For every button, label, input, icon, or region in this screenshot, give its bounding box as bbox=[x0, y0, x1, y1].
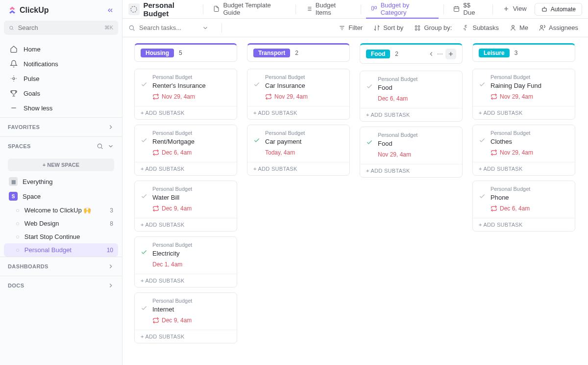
me-button[interactable]: Me bbox=[506, 22, 532, 33]
tree-space[interactable]: S Space bbox=[4, 189, 118, 204]
tab-budget-category[interactable]: Budget by Category bbox=[366, 0, 439, 19]
chevron-left-icon[interactable] bbox=[428, 51, 435, 57]
complete-toggle[interactable] bbox=[366, 83, 373, 90]
add-subtask-button[interactable]: + ADD SUBTASK bbox=[247, 162, 349, 175]
svg-point-2 bbox=[98, 144, 101, 148]
column-header[interactable]: Transport2 bbox=[247, 43, 350, 62]
trophy-icon bbox=[10, 89, 18, 97]
logo[interactable]: ClickUp bbox=[8, 6, 49, 15]
complete-toggle[interactable] bbox=[253, 137, 260, 144]
divider bbox=[443, 4, 444, 14]
recurring-icon bbox=[152, 317, 159, 324]
dashboards-section[interactable]: DASHBOARDS bbox=[0, 257, 122, 276]
column-header[interactable]: Leisure3 bbox=[472, 43, 575, 62]
complete-toggle[interactable] bbox=[141, 249, 147, 256]
tree-personal-budget[interactable]: ○Personal Budget10 bbox=[4, 243, 118, 257]
complete-toggle[interactable] bbox=[253, 81, 260, 88]
complete-toggle[interactable] bbox=[141, 193, 147, 200]
collapse-sidebar-icon[interactable] bbox=[106, 6, 114, 14]
more-icon[interactable] bbox=[437, 51, 443, 57]
task-card[interactable]: Personal BudgetPhoneDec 6, 4am+ ADD SUBT… bbox=[472, 181, 575, 232]
task-card[interactable]: Personal BudgetFoodNov 29, 4am+ ADD SUBT… bbox=[360, 127, 463, 178]
add-subtask-button[interactable]: + ADD SUBTASK bbox=[360, 164, 462, 177]
task-card[interactable]: Personal BudgetWater BillDec 9, 4am+ ADD… bbox=[134, 181, 237, 232]
column-header[interactable]: Food2 bbox=[360, 43, 463, 64]
nav-goals[interactable]: Goals bbox=[4, 86, 118, 101]
chevron-down-icon[interactable] bbox=[107, 143, 114, 150]
add-subtask-button[interactable]: + ADD SUBTASK bbox=[360, 108, 462, 121]
add-subtask-button[interactable]: + ADD SUBTASK bbox=[247, 106, 349, 119]
task-card[interactable]: Personal BudgetRent/MortgageDec 6, 4am+ … bbox=[134, 125, 237, 176]
nav-pulse[interactable]: Pulse bbox=[4, 71, 118, 86]
column-chip: Leisure bbox=[479, 49, 510, 57]
card-space-label: Personal Budget bbox=[378, 132, 456, 138]
complete-toggle[interactable] bbox=[479, 193, 486, 200]
svg-point-1 bbox=[13, 78, 15, 79]
task-card[interactable]: Personal BudgetInternetDec 9, 4am+ ADD S… bbox=[134, 292, 237, 343]
tab-due[interactable]: $$ Due bbox=[448, 0, 487, 19]
filter-button[interactable]: Filter bbox=[335, 22, 367, 33]
task-card[interactable]: Personal BudgetClothesNov 29, 4am+ ADD S… bbox=[472, 125, 575, 176]
complete-toggle[interactable] bbox=[479, 81, 486, 88]
complete-toggle[interactable] bbox=[141, 81, 147, 88]
tree-start-stop[interactable]: ○Start Stop Continue bbox=[4, 230, 118, 243]
task-card[interactable]: Personal BudgetRaining Day FundNov 29, 4… bbox=[472, 69, 575, 120]
nav-notifications[interactable]: Notifications bbox=[4, 56, 118, 71]
tree-everything[interactable]: ▦ Everything bbox=[4, 174, 118, 189]
tree-welcome[interactable]: ○Welcome to ClickUp 🙌3 bbox=[4, 204, 118, 217]
chevron-down-icon[interactable] bbox=[202, 25, 209, 31]
column-chip: Food bbox=[366, 50, 390, 58]
nav-home[interactable]: Home bbox=[4, 42, 118, 56]
card-date: Dec 6, 4am bbox=[378, 95, 456, 102]
minus-icon bbox=[10, 104, 18, 112]
sort-button[interactable]: Sort by bbox=[369, 22, 407, 33]
tab-template-guide[interactable]: Budget Template Guide bbox=[208, 0, 290, 19]
complete-toggle[interactable] bbox=[141, 305, 147, 312]
search-box[interactable]: ⌘K bbox=[4, 21, 118, 35]
search-icon[interactable] bbox=[97, 143, 103, 150]
nav-show-less[interactable]: Show less bbox=[4, 101, 118, 115]
add-subtask-button[interactable]: + ADD SUBTASK bbox=[135, 162, 237, 175]
complete-toggle[interactable] bbox=[141, 137, 147, 144]
task-card[interactable]: Personal BudgetCar paymentToday, 4am+ AD… bbox=[247, 125, 350, 176]
task-card[interactable]: Personal BudgetCar InsuranceNov 29, 4am+… bbox=[247, 69, 350, 120]
tab-budget-items[interactable]: Budget Items bbox=[301, 0, 356, 19]
card-space-label: Personal Budget bbox=[152, 242, 231, 248]
spaces-section[interactable]: SPACES bbox=[0, 136, 122, 156]
column-header[interactable]: Housing5 bbox=[134, 43, 237, 62]
favorites-section[interactable]: FAVORITES bbox=[0, 117, 122, 136]
docs-section[interactable]: DOCS bbox=[0, 276, 122, 295]
people-icon bbox=[539, 25, 546, 31]
tab-add-view[interactable]: View bbox=[498, 0, 532, 19]
task-card[interactable]: Personal BudgetFoodDec 6, 4am+ ADD SUBTA… bbox=[360, 71, 463, 122]
add-subtask-button[interactable]: + ADD SUBTASK bbox=[473, 106, 575, 119]
svg-point-8 bbox=[129, 26, 133, 29]
tree-web-design[interactable]: ○Web Design8 bbox=[4, 217, 118, 230]
add-subtask-button[interactable]: + ADD SUBTASK bbox=[473, 218, 575, 231]
add-card-button[interactable] bbox=[445, 49, 456, 59]
group-button[interactable]: Group by: bbox=[410, 22, 456, 33]
divider bbox=[221, 23, 222, 33]
task-card[interactable]: Personal BudgetRenter's InsuranceNov 29,… bbox=[134, 69, 237, 120]
task-card[interactable]: Personal BudgetElectricityDec 1, 4am+ AD… bbox=[134, 236, 237, 287]
search-input[interactable] bbox=[18, 24, 100, 31]
add-subtask-button[interactable]: + ADD SUBTASK bbox=[135, 106, 237, 119]
group-icon bbox=[414, 25, 421, 31]
add-subtask-button[interactable]: + ADD SUBTASK bbox=[473, 162, 575, 175]
assignees-button[interactable]: Assignees bbox=[535, 22, 582, 33]
automate-button[interactable]: Automate bbox=[535, 3, 582, 16]
new-space-button[interactable]: + NEW SPACE bbox=[8, 158, 114, 171]
search-tasks[interactable] bbox=[128, 24, 217, 31]
card-date: Today, 4am bbox=[265, 149, 343, 156]
card-date: Nov 29, 4am bbox=[265, 93, 343, 100]
add-subtask-button[interactable]: + ADD SUBTASK bbox=[135, 274, 237, 287]
subtasks-button[interactable]: Subtasks bbox=[459, 22, 502, 33]
check-icon bbox=[253, 81, 260, 88]
add-subtask-button[interactable]: + ADD SUBTASK bbox=[135, 218, 237, 231]
search-tasks-input[interactable] bbox=[139, 24, 198, 31]
complete-toggle[interactable] bbox=[366, 139, 373, 146]
add-subtask-button[interactable]: + ADD SUBTASK bbox=[135, 330, 237, 343]
complete-toggle[interactable] bbox=[479, 137, 486, 144]
check-icon bbox=[141, 81, 147, 88]
card-title: Rent/Mortgage bbox=[152, 138, 231, 145]
